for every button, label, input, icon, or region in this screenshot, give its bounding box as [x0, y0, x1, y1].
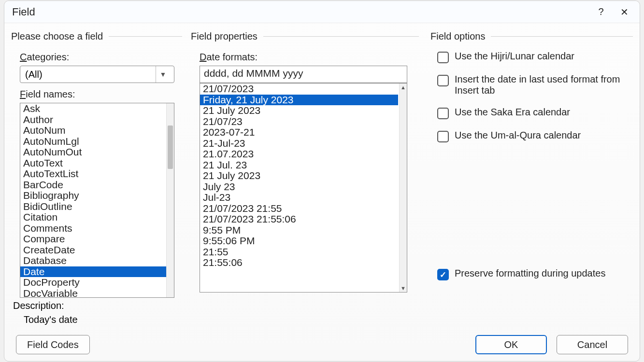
list-item[interactable]: Date	[20, 266, 166, 278]
list-item[interactable]: 21 July 2023	[200, 170, 398, 181]
list-item[interactable]: AutoNum	[20, 125, 166, 136]
list-item[interactable]: DocVariable	[20, 288, 166, 298]
list-item[interactable]: Ask	[20, 103, 166, 114]
list-item[interactable]: 21:55	[200, 247, 398, 258]
list-item[interactable]: AutoNumLgl	[20, 136, 166, 147]
categories-combobox[interactable]: (All) ▼	[20, 66, 174, 83]
list-item[interactable]: BarCode	[20, 180, 166, 191]
list-item[interactable]: Jul-23	[200, 192, 398, 203]
list-item[interactable]: DocProperty	[20, 277, 166, 288]
checkbox-icon	[437, 52, 449, 63]
field-names-listbox[interactable]: AskAuthorAutoNumAutoNumLglAutoNumOutAuto…	[20, 103, 174, 298]
scrollbar[interactable]: ▲ ▼	[399, 84, 407, 292]
list-item[interactable]: 21/07/23	[200, 116, 398, 127]
checkbox-icon	[437, 75, 449, 86]
list-item[interactable]: 21/07/2023	[200, 84, 398, 95]
categories-value: (All)	[25, 69, 43, 80]
checkbox-icon	[437, 269, 449, 280]
list-item[interactable]: 21:55:06	[200, 257, 398, 268]
list-item[interactable]: 21 Jul. 23	[200, 160, 398, 171]
date-formats-label: Date formats:	[200, 52, 419, 63]
list-item[interactable]: Friday, 21 July 2023	[200, 95, 398, 106]
field-names-label: Field names:	[20, 89, 182, 100]
saka-calendar-checkbox[interactable]: Use the Saka Era calendar	[437, 107, 633, 119]
list-item[interactable]: 21/07/2023 21:55:06	[200, 214, 398, 225]
list-item[interactable]: BidiOutline	[20, 201, 166, 212]
date-format-input[interactable]: dddd, dd MMMM yyyy	[200, 66, 407, 83]
list-item[interactable]: Comments	[20, 223, 166, 234]
list-item[interactable]: 9:55 PM	[200, 225, 398, 236]
field-properties-panel: Field properties Date formats: dddd, dd …	[191, 31, 419, 342]
list-item[interactable]: 21 July 2023	[200, 105, 398, 116]
choose-field-panel: Please choose a field Categories: (All) …	[11, 31, 182, 342]
scroll-down-icon[interactable]: ▼	[400, 284, 407, 292]
list-item[interactable]: 21.07.2023	[200, 149, 398, 160]
field-codes-button[interactable]: Field Codes	[16, 335, 90, 354]
scroll-up-icon[interactable]: ▲	[400, 84, 407, 91]
list-item[interactable]: 21/07/2023 21:55	[200, 203, 398, 214]
list-item[interactable]: July 23	[200, 181, 398, 193]
preserve-formatting-checkbox[interactable]: Preserve formatting during updates	[437, 268, 633, 280]
field-dialog: Field ? ✕ Please choose a field Categori…	[4, 0, 640, 362]
list-item[interactable]: Citation	[20, 212, 166, 223]
list-item[interactable]: AutoText	[20, 158, 166, 169]
field-options-heading: Field options	[430, 31, 485, 42]
list-item[interactable]: Author	[20, 114, 166, 125]
list-item[interactable]: 2023-07-21	[200, 127, 398, 138]
date-formats-listbox[interactable]: 21/07/2023Friday, 21 July 202321 July 20…	[200, 83, 407, 292]
choose-field-heading: Please choose a field	[11, 31, 103, 42]
um-al-qura-calendar-checkbox[interactable]: Use the Um-al-Qura calendar	[437, 130, 633, 142]
list-item[interactable]: Compare	[20, 234, 166, 245]
titlebar: Field ? ✕	[4, 1, 640, 23]
cancel-button[interactable]: Cancel	[557, 335, 628, 354]
list-item[interactable]: AutoNumOut	[20, 147, 166, 158]
categories-label: Categories:	[20, 52, 182, 63]
description-value: Today's date	[24, 314, 78, 325]
list-item[interactable]: AutoTextList	[20, 168, 166, 180]
help-icon[interactable]: ?	[589, 1, 613, 23]
checkbox-icon	[437, 131, 449, 142]
list-item[interactable]: Bibliography	[20, 190, 166, 201]
list-item[interactable]: 21-Jul-23	[200, 138, 398, 149]
list-item[interactable]: 9:55:06 PM	[200, 236, 398, 247]
checkbox-icon	[437, 108, 449, 119]
field-options-panel: Field options Use the Hijri/Lunar calend…	[430, 31, 633, 342]
hijri-calendar-checkbox[interactable]: Use the Hijri/Lunar calendar	[437, 51, 633, 63]
last-used-format-checkbox[interactable]: Insert the date in last used format from…	[437, 74, 633, 96]
list-item[interactable]: Database	[20, 255, 166, 266]
chevron-down-icon[interactable]: ▼	[156, 66, 170, 83]
list-item[interactable]: CreateDate	[20, 245, 166, 256]
ok-button[interactable]: OK	[475, 335, 547, 354]
field-properties-heading: Field properties	[191, 31, 258, 42]
scrollbar[interactable]	[166, 103, 174, 297]
scrollbar-thumb[interactable]	[168, 125, 173, 169]
dialog-footer: Field Codes OK Cancel	[4, 335, 640, 354]
dialog-title: Field	[12, 6, 589, 18]
close-icon[interactable]: ✕	[613, 1, 636, 23]
description-label: Description:	[13, 300, 78, 311]
description-block: Description: Today's date	[13, 300, 78, 325]
